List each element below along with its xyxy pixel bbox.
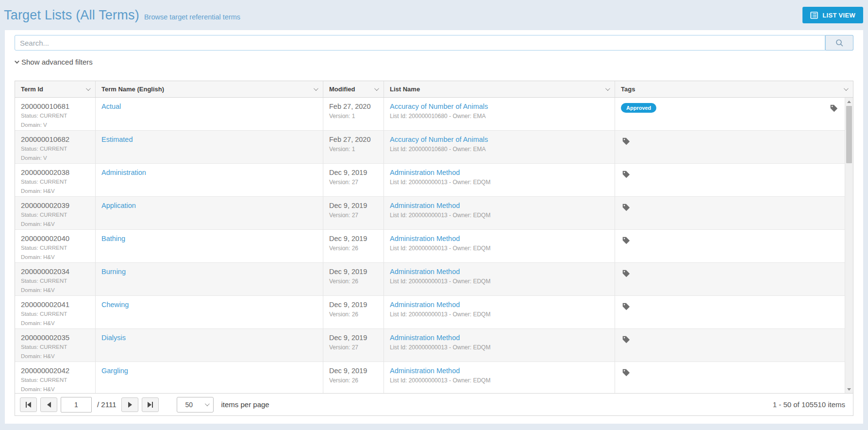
modified-date: Dec 9, 2019 — [329, 201, 378, 210]
version-label: Version: 26 — [329, 310, 378, 319]
term-domain: Domain: H&V — [21, 220, 89, 228]
table-row: 200000002042 Status: CURRENT Domain: H&V… — [15, 362, 845, 393]
list-name-link[interactable]: Administration Method — [390, 367, 460, 375]
tag-icon[interactable] — [621, 202, 631, 214]
chevron-down-icon — [15, 59, 19, 64]
list-name-link[interactable]: Administration Method — [390, 202, 460, 209]
term-status: Status: CURRENT — [21, 343, 89, 351]
term-name-cell: Burning — [96, 263, 323, 295]
tag-icon[interactable] — [621, 367, 631, 379]
version-label: Version: 27 — [329, 343, 378, 352]
tag-icon[interactable] — [621, 334, 631, 346]
term-name-link[interactable]: Chewing — [101, 301, 129, 309]
list-name-link[interactable]: Administration Method — [390, 301, 460, 309]
list-name-link[interactable]: Accuracy of Number of Animals — [390, 136, 488, 143]
tags-cell — [615, 362, 845, 393]
list-name-link[interactable]: Administration Method — [390, 268, 460, 275]
chevron-down-icon[interactable] — [374, 86, 379, 91]
term-name-link[interactable]: Administration — [101, 169, 146, 176]
scroll-down-icon[interactable] — [845, 385, 853, 393]
column-label: Term Name (English) — [101, 86, 164, 93]
tag-icon[interactable] — [621, 268, 631, 280]
term-name-link[interactable]: Gargling — [101, 367, 128, 375]
list-name-cell: Administration Method List Id: 200000000… — [384, 329, 615, 361]
term-status: Status: CURRENT — [21, 277, 89, 285]
list-meta: List Id: 200000000013 - Owner: EDQM — [390, 343, 609, 352]
list-name-cell: Administration Method List Id: 200000000… — [384, 263, 615, 295]
scroll-up-icon[interactable] — [845, 98, 853, 105]
list-meta: List Id: 200000000013 - Owner: EDQM — [390, 244, 609, 253]
list-name-cell: Administration Method List Id: 200000000… — [384, 362, 615, 393]
term-id: 200000002039 — [21, 201, 89, 210]
term-name-link[interactable]: Estimated — [101, 136, 133, 143]
search-bar — [15, 35, 853, 51]
column-header-tags[interactable]: Tags — [615, 81, 853, 97]
page-size-select[interactable]: 50 — [177, 397, 214, 413]
list-name-link[interactable]: Administration Method — [390, 334, 460, 342]
chevron-down-icon[interactable] — [314, 86, 318, 91]
last-page-button[interactable] — [142, 397, 159, 412]
tags-cell — [615, 263, 845, 295]
tag-icon[interactable] — [621, 301, 631, 313]
term-name-link[interactable]: Dialysis — [101, 334, 126, 342]
scrollbar-thumb[interactable] — [846, 106, 852, 163]
column-header-term-name[interactable]: Term Name (English) — [96, 81, 323, 97]
table-scrollbar[interactable] — [845, 98, 853, 393]
page-number-input[interactable] — [61, 397, 92, 413]
term-status: Status: CURRENT — [21, 376, 89, 384]
chevron-down-icon — [205, 401, 210, 406]
list-name-cell: Administration Method List Id: 200000000… — [384, 197, 615, 229]
list-name-link[interactable]: Administration Method — [390, 235, 460, 242]
chevron-down-icon[interactable] — [844, 86, 849, 91]
term-name-link[interactable]: Bathing — [101, 235, 125, 242]
term-id-cell: 200000002034 Status: CURRENT Domain: H&V — [15, 263, 96, 295]
tag-icon[interactable] — [621, 235, 631, 247]
list-name-cell: Administration Method List Id: 200000000… — [384, 164, 615, 196]
version-label: Version: 27 — [329, 211, 378, 220]
term-domain: Domain: H&V — [21, 319, 89, 327]
chevron-down-icon[interactable] — [86, 86, 91, 91]
search-input[interactable] — [15, 35, 825, 51]
term-name-link[interactable]: Burning — [101, 268, 126, 275]
term-status: Status: CURRENT — [21, 244, 89, 252]
search-button[interactable] — [825, 35, 853, 51]
term-name-cell: Administration — [96, 164, 323, 196]
modified-date: Feb 27, 2020 — [329, 135, 378, 144]
term-status: Status: CURRENT — [21, 310, 89, 318]
term-id: 200000002035 — [21, 333, 89, 342]
version-label: Version: 1 — [329, 145, 378, 154]
modified-cell: Dec 9, 2019 Version: 26 — [323, 230, 384, 262]
list-name-cell: Accuracy of Number of Animals List Id: 2… — [384, 98, 615, 130]
term-name-link[interactable]: Actual — [101, 103, 121, 110]
tag-icon[interactable] — [621, 136, 631, 148]
term-id: 200000010682 — [21, 135, 89, 144]
column-header-list-name[interactable]: List Name — [384, 81, 615, 97]
list-name-link[interactable]: Administration Method — [390, 169, 460, 176]
term-status: Status: CURRENT — [21, 145, 89, 153]
list-view-button[interactable]: LIST VIEW — [802, 7, 863, 23]
version-label: Version: 26 — [329, 244, 378, 253]
term-name-cell: Dialysis — [96, 329, 323, 361]
items-per-page-label: items per page — [221, 400, 269, 409]
advanced-filters-toggle[interactable]: Show advanced filters — [15, 58, 93, 66]
tag-icon[interactable] — [621, 169, 631, 181]
terms-table: Term Id Term Name (English) Modified Lis… — [15, 81, 853, 416]
tags-cell: Approved — [615, 98, 845, 130]
term-id-cell: 200000010681 Status: CURRENT Domain: V — [15, 98, 96, 130]
previous-page-button[interactable] — [40, 397, 57, 412]
list-name-link[interactable]: Accuracy of Number of Animals — [390, 103, 488, 110]
first-page-button[interactable] — [20, 397, 37, 412]
column-header-modified[interactable]: Modified — [323, 81, 384, 97]
modified-date: Dec 9, 2019 — [329, 300, 378, 309]
term-name-link[interactable]: Application — [101, 202, 136, 209]
column-label: Tags — [621, 86, 635, 93]
next-page-button[interactable] — [121, 397, 138, 412]
term-id-cell: 200000002039 Status: CURRENT Domain: H&V — [15, 197, 96, 229]
column-label: List Name — [390, 86, 420, 93]
chevron-down-icon[interactable] — [605, 86, 610, 91]
column-header-term-id[interactable]: Term Id — [15, 81, 96, 97]
tag-icon[interactable] — [829, 103, 839, 115]
version-label: Version: 26 — [329, 277, 378, 286]
modified-cell: Dec 9, 2019 Version: 26 — [323, 263, 384, 295]
term-id: 200000002038 — [21, 168, 89, 177]
